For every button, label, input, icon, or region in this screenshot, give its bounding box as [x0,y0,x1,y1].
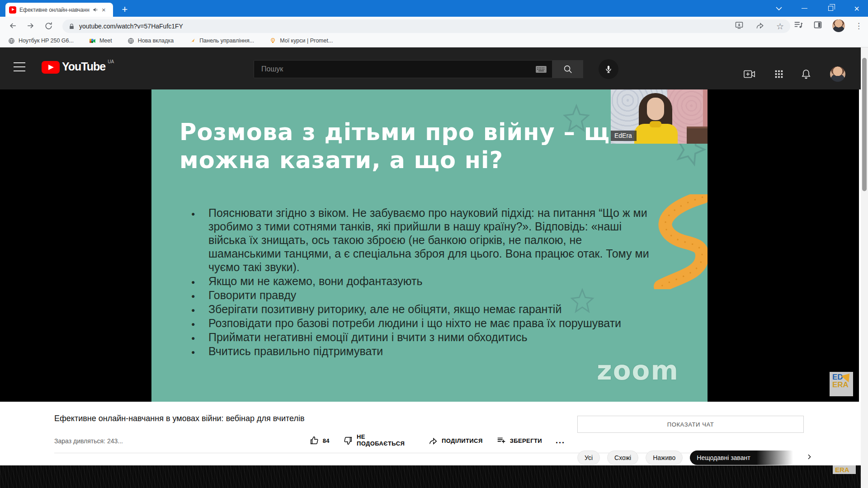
apps-grid-icon[interactable] [773,68,785,80]
thumb-up-icon [309,436,319,446]
bulb-icon [269,38,276,44]
webinar-slide: Розмова з дітьми про війну – що можна ка… [151,89,708,402]
slide-bullet: Говорити правду [190,288,651,302]
chip-live[interactable]: Наживо [646,450,683,465]
menu-hamburger-icon[interactable] [14,62,25,71]
youtube-profile-avatar[interactable] [830,66,845,82]
bookmark-item[interactable]: Ноутбук HP 250 G6... [8,38,74,44]
globe-icon [8,38,15,44]
new-tab-button[interactable]: + [118,4,131,16]
watching-count: Зараз дивляться: 243... [54,437,123,445]
search-box[interactable] [254,60,552,78]
speaker-webcam-video: EdEra [611,89,708,144]
thumb-down-icon [343,436,353,446]
youtube-logo[interactable]: YouTube UA [42,60,114,74]
meet-icon [89,38,96,44]
address-bar[interactable]: youtube.com/watch?v=57HaFufc1FY ☆ [62,19,790,33]
like-button[interactable]: 84 [309,436,330,446]
slide-bullet: Приймати негативні емоції дитини і вчити… [190,330,651,344]
slide-bullet-list: Пояснювати згідно з віком. Не забуваємо … [190,206,651,358]
page-scrollbar-thumb[interactable] [862,58,867,191]
youtube-logo-text: YouTube [62,60,105,73]
window-minimize-button[interactable] [794,0,815,17]
save-button[interactable]: ЗБЕРЕГТИ [496,436,542,446]
dislike-label: НЕ ПОДОБАЄТЬСЯ [357,434,415,447]
share-arrow-icon [428,436,438,446]
tab-audio-icon[interactable] [93,7,99,13]
reload-icon[interactable] [42,20,54,32]
back-icon[interactable] [7,20,19,32]
search-input[interactable] [261,65,536,73]
url-text: youtube.com/watch?v=57HaFufc1FY [79,23,183,30]
speaker-face [647,98,664,120]
youtube-favicon-icon [9,6,16,14]
video-player[interactable]: Розмова з дітьми про війну – що можна ка… [0,89,859,402]
save-label: ЗБЕРЕГТИ [510,437,542,444]
toolbar-right-icons: ⋮ [793,19,866,33]
youtube-play-icon [42,61,60,74]
dislike-button[interactable]: НЕ ПОДОБАЄТЬСЯ [343,434,415,447]
next-video-thumbnail[interactable]: ERA [0,465,868,488]
filter-chips-row: Усі Схожі Наживо Нещодавні завант [577,450,813,465]
forward-icon[interactable] [24,20,36,32]
browser-menu-icon[interactable]: ⋮ [855,21,863,31]
keyboard-icon[interactable] [536,66,550,73]
video-title: Ефективне онлайн-навчання в умовах війни… [54,414,642,423]
chip-related[interactable]: Схожі [607,450,638,465]
show-chat-button[interactable]: ПОКАЗАТИ ЧАТ [577,416,804,433]
bookmark-item[interactable]: Панель управління... [189,38,254,44]
window-close-button[interactable]: × [846,0,867,17]
browser-window: Ефективне онлайн-навчанн × + × youtube.c… [0,0,868,488]
window-restore-button[interactable] [820,0,841,17]
share-button[interactable]: ПОДІЛИТИСЯ [428,436,483,446]
chip-all[interactable]: Усі [577,450,600,465]
browser-profile-avatar[interactable] [832,19,845,32]
bookmark-item[interactable]: Мої курси | Promet... [269,38,333,44]
edera-logo: ED ERA [830,372,853,396]
tab-close-icon[interactable]: × [102,6,106,14]
microphone-icon [604,65,613,74]
share-label: ПОДІЛИТИСЯ [442,437,483,444]
save-offline-icon[interactable] [735,21,744,32]
lock-icon [69,23,75,30]
webcam-headboard [687,127,708,144]
webcam-name-label: EdEra [611,131,637,141]
chips-scroll-chevron-icon[interactable] [806,453,813,462]
bookmark-item[interactable]: Нова вкладка [127,38,174,44]
media-controls-icon[interactable] [793,20,803,32]
browser-titlebar: Ефективне онлайн-навчанн × + × [0,0,868,17]
chip-recent-uploads[interactable]: Нещодавні завант [690,450,797,465]
like-count: 84 [323,437,330,444]
globe-icon [127,38,134,44]
search-icon [563,64,573,74]
search-button[interactable] [552,60,583,78]
side-panel-icon[interactable] [813,20,822,31]
notifications-bell-icon[interactable] [800,68,812,80]
youtube-country-badge: UA [108,59,114,64]
create-video-icon[interactable] [744,68,755,80]
zoom-watermark: zoom [597,355,679,386]
slide-bullet: Пояснювати згідно з віком. Не забуваємо … [190,206,651,274]
tab-search-chevron-icon[interactable] [769,0,789,17]
speaker-neck [650,121,661,127]
playlist-add-icon [496,436,506,446]
browser-tab[interactable]: Ефективне онлайн-навчанн × [5,3,113,17]
voice-search-button[interactable] [599,59,618,79]
video-actions-bar: 84 НЕ ПОДОБАЄТЬСЯ ПОДІЛИТИСЯ ЗБЕРЕГТИ ..… [253,430,565,451]
era-logo-badge: ERA [833,465,856,474]
bookmark-star-icon[interactable]: ☆ [776,22,784,31]
slide-bullet: Розповідати про базові потреби людини і … [190,316,651,330]
share-icon[interactable] [755,21,764,32]
tab-title: Ефективне онлайн-навчанн [19,7,90,13]
slide-bullet: Якщо ми не кажемо, вони дофантазують [190,274,651,288]
bookmark-item[interactable]: Meet [89,38,112,44]
bookmarks-bar: Ноутбук HP 250 G6... Meet Нова вкладка П… [0,34,868,47]
arrow-icon [189,38,196,44]
slide-bullet: Зберігати позитивну риторику, але не обі… [190,302,651,316]
slide-bullet: Вчитись правильно підтримувати [190,344,651,358]
more-actions-button[interactable]: ... [556,436,565,446]
